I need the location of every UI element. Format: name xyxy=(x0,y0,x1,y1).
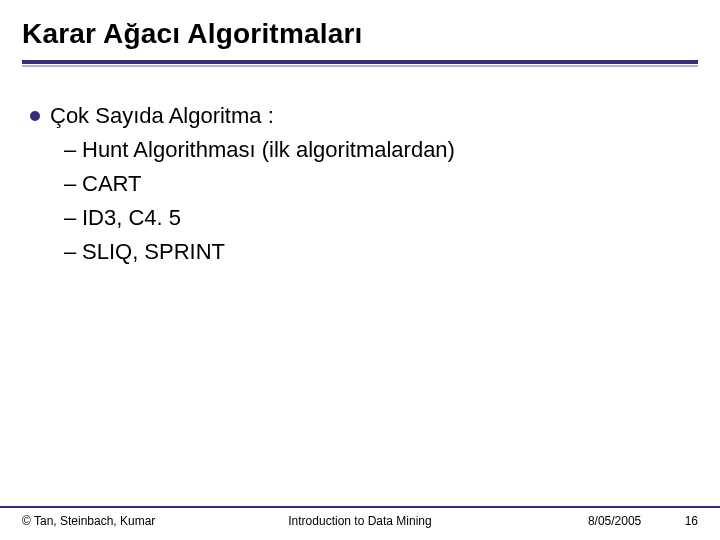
footer-right: 8/05/2005 16 xyxy=(473,514,698,528)
list-item-text: Hunt Algorithması (ilk algoritmalardan) xyxy=(82,133,455,167)
list-item: – Hunt Algorithması (ilk algoritmalardan… xyxy=(64,133,690,167)
dash-icon: – xyxy=(64,167,82,201)
list-item-text: CART xyxy=(82,167,142,201)
list-item-text: ID3, C4. 5 xyxy=(82,201,181,235)
footer-date: 8/05/2005 xyxy=(588,514,641,528)
bullet-top-text: Çok Sayıda Algoritma : xyxy=(50,99,274,133)
bullet-top: Çok Sayıda Algoritma : xyxy=(30,99,690,133)
list-item: – ID3, C4. 5 xyxy=(64,201,690,235)
bullet-disc-icon xyxy=(30,111,40,121)
footer: © Tan, Steinbach, Kumar Introduction to … xyxy=(0,506,720,540)
list-item: – SLIQ, SPRINT xyxy=(64,235,690,269)
sub-list: – Hunt Algorithması (ilk algoritmalardan… xyxy=(30,133,690,269)
title-rule-dark xyxy=(22,60,698,64)
slide: Karar Ağacı Algoritmaları Çok Sayıda Alg… xyxy=(0,0,720,540)
page-title: Karar Ağacı Algoritmaları xyxy=(22,18,698,50)
title-rule-light xyxy=(22,65,698,67)
title-block: Karar Ağacı Algoritmaları xyxy=(0,0,720,73)
footer-rule xyxy=(0,506,720,508)
dash-icon: – xyxy=(64,201,82,235)
footer-page: 16 xyxy=(685,514,698,528)
list-item: – CART xyxy=(64,167,690,201)
list-item-text: SLIQ, SPRINT xyxy=(82,235,225,269)
footer-row: © Tan, Steinbach, Kumar Introduction to … xyxy=(0,514,720,540)
footer-center: Introduction to Data Mining xyxy=(247,514,472,528)
dash-icon: – xyxy=(64,235,82,269)
footer-copyright: © Tan, Steinbach, Kumar xyxy=(22,514,247,528)
body: Çok Sayıda Algoritma : – Hunt Algorithma… xyxy=(0,73,720,269)
dash-icon: – xyxy=(64,133,82,167)
